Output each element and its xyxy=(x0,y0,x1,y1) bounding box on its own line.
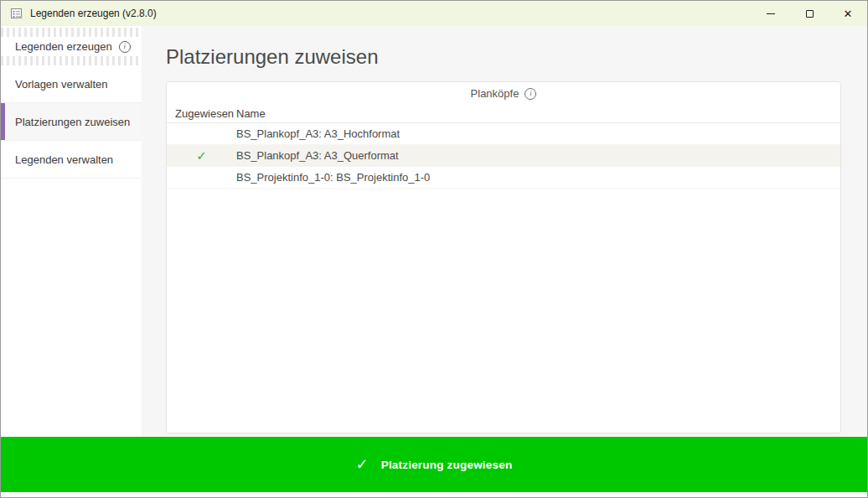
close-icon: ✕ xyxy=(844,8,853,19)
close-button[interactable]: ✕ xyxy=(829,1,867,26)
bottom-strip xyxy=(1,492,867,497)
app-window: Legenden erzeugen (v2.8.0) ✕ Legenden er… xyxy=(0,0,868,498)
info-icon[interactable]: i xyxy=(524,88,536,100)
sidebar-item-label: Legenden verwalten xyxy=(15,153,113,166)
info-icon[interactable]: i xyxy=(119,41,131,53)
app-icon xyxy=(10,7,23,20)
sidebar-item-platzierungen-zuweisen[interactable]: Platzierungen zuweisen xyxy=(1,103,142,141)
window-title: Legenden erzeugen (v2.8.0) xyxy=(30,8,157,19)
minimize-button[interactable] xyxy=(752,1,790,26)
sidebar-item-vorlagen-verwalten[interactable]: Vorlagen verwalten xyxy=(1,65,142,103)
plankopf-name-cell: BS_Plankopf_A3: A3_Querformat xyxy=(236,149,840,162)
sidebar-item-label: Legenden erzeugen xyxy=(15,40,112,53)
assigned-check-icon: ✓ xyxy=(167,148,236,163)
window-controls: ✕ xyxy=(752,1,867,26)
column-header-zugewiesen: Zugewiesen xyxy=(167,107,236,120)
main-panel: Platzierungen zuweisen Planköpfe i Zugew… xyxy=(142,26,867,437)
titlebar: Legenden erzeugen (v2.8.0) ✕ xyxy=(1,1,867,26)
status-check-icon: ✓ xyxy=(356,455,369,474)
sidebar: Legenden erzeugen i Vorlagen verwalten P… xyxy=(1,26,142,437)
status-bar: ✓ Platzierung zugewiesen xyxy=(1,437,867,492)
table-row-selected[interactable]: ✓ BS_Plankopf_A3: A3_Querformat xyxy=(167,145,840,167)
content-area: Legenden erzeugen i Vorlagen verwalten P… xyxy=(1,26,867,437)
page-title: Platzierungen zuweisen xyxy=(166,44,841,70)
plankopf-name-cell: BS_Plankopf_A3: A3_Hochformat xyxy=(236,127,840,140)
sidebar-item-inner: Legenden erzeugen i xyxy=(1,37,142,56)
maximize-button[interactable] xyxy=(790,1,829,26)
maximize-icon xyxy=(806,10,814,18)
sidebar-item-legenden-verwalten[interactable]: Legenden verwalten xyxy=(1,141,142,179)
minimize-icon xyxy=(767,13,775,14)
table-row[interactable]: BS_Plankopf_A3: A3_Hochformat xyxy=(167,123,840,145)
plankopf-table-panel: Planköpfe i Zugewiesen Name BS_Plankopf_… xyxy=(166,81,841,433)
table-group-title: Planköpfe xyxy=(471,87,519,100)
table-column-header: Zugewiesen Name xyxy=(167,105,840,123)
table-group-header: Planköpfe i xyxy=(167,82,840,105)
status-message: Platzierung zugewiesen xyxy=(381,459,513,471)
table-row[interactable]: BS_Projektinfo_1-0: BS_Projektinfo_1-0 xyxy=(167,167,840,189)
sidebar-item-label: Platzierungen zuweisen xyxy=(15,116,130,128)
plankopf-name-cell: BS_Projektinfo_1-0: BS_Projektinfo_1-0 xyxy=(236,171,840,184)
sidebar-item-legenden-erzeugen[interactable]: Legenden erzeugen i xyxy=(1,28,142,65)
sidebar-item-label: Vorlagen verwalten xyxy=(15,78,108,91)
column-header-name: Name xyxy=(236,107,840,120)
